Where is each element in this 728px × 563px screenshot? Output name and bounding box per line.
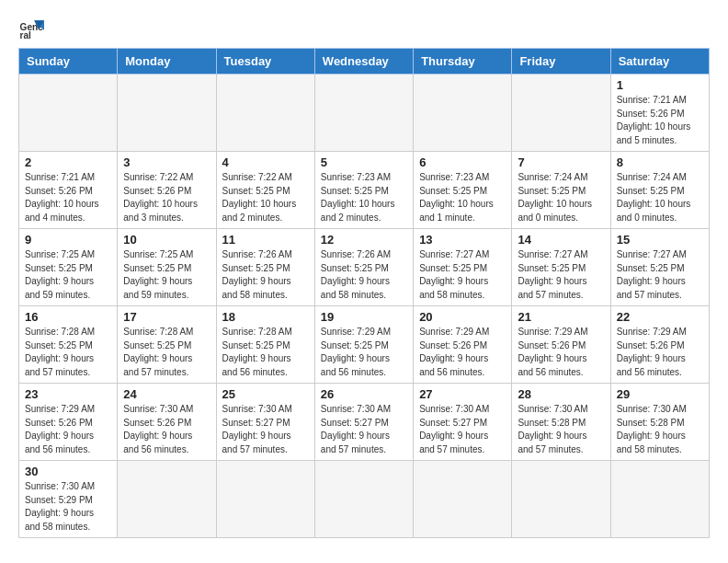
calendar-day-cell: 19Sunrise: 7:29 AM Sunset: 5:25 PM Dayli…	[314, 306, 413, 384]
calendar-day-cell	[512, 75, 610, 152]
weekday-header: Saturday	[610, 49, 709, 75]
day-info: Sunrise: 7:30 AM Sunset: 5:27 PM Dayligh…	[321, 403, 407, 456]
day-number: 21	[518, 310, 604, 324]
calendar-day-cell: 9Sunrise: 7:25 AM Sunset: 5:25 PM Daylig…	[19, 229, 118, 306]
svg-text:ral: ral	[20, 30, 32, 40]
calendar-day-cell: 12Sunrise: 7:26 AM Sunset: 5:25 PM Dayli…	[314, 229, 413, 306]
calendar-table: SundayMondayTuesdayWednesdayThursdayFrid…	[18, 48, 710, 538]
calendar-week-row: 2Sunrise: 7:21 AM Sunset: 5:26 PM Daylig…	[19, 152, 710, 229]
weekday-header: Tuesday	[216, 49, 314, 75]
calendar-day-cell: 28Sunrise: 7:30 AM Sunset: 5:28 PM Dayli…	[512, 384, 610, 461]
calendar-day-cell: 23Sunrise: 7:29 AM Sunset: 5:26 PM Dayli…	[19, 384, 118, 461]
calendar-week-row: 1Sunrise: 7:21 AM Sunset: 5:26 PM Daylig…	[19, 75, 710, 152]
calendar-day-cell: 7Sunrise: 7:24 AM Sunset: 5:25 PM Daylig…	[512, 152, 610, 229]
calendar-week-row: 9Sunrise: 7:25 AM Sunset: 5:25 PM Daylig…	[19, 229, 710, 306]
calendar-day-cell: 4Sunrise: 7:22 AM Sunset: 5:25 PM Daylig…	[216, 152, 314, 229]
day-info: Sunrise: 7:26 AM Sunset: 5:25 PM Dayligh…	[222, 248, 309, 302]
day-info: Sunrise: 7:26 AM Sunset: 5:25 PM Dayligh…	[321, 248, 407, 302]
day-info: Sunrise: 7:29 AM Sunset: 5:25 PM Dayligh…	[321, 326, 407, 379]
day-number: 10	[123, 233, 210, 247]
day-number: 25	[222, 387, 309, 401]
calendar-day-cell: 27Sunrise: 7:30 AM Sunset: 5:27 PM Dayli…	[414, 384, 512, 461]
day-info: Sunrise: 7:24 AM Sunset: 5:25 PM Dayligh…	[518, 171, 604, 224]
weekday-header: Wednesday	[314, 49, 413, 75]
calendar-day-cell: 25Sunrise: 7:30 AM Sunset: 5:27 PM Dayli…	[216, 384, 314, 461]
calendar-day-cell: 13Sunrise: 7:27 AM Sunset: 5:25 PM Dayli…	[414, 229, 512, 306]
day-info: Sunrise: 7:30 AM Sunset: 5:28 PM Dayligh…	[617, 403, 703, 456]
calendar-day-cell	[610, 461, 709, 538]
day-number: 4	[222, 155, 309, 169]
day-number: 6	[419, 155, 506, 169]
day-info: Sunrise: 7:29 AM Sunset: 5:26 PM Dayligh…	[518, 326, 604, 379]
day-number: 27	[419, 387, 506, 401]
day-number: 11	[222, 233, 309, 247]
calendar-day-cell: 8Sunrise: 7:24 AM Sunset: 5:25 PM Daylig…	[610, 152, 709, 229]
calendar-day-cell: 18Sunrise: 7:28 AM Sunset: 5:25 PM Dayli…	[216, 306, 314, 384]
day-number: 16	[25, 310, 111, 324]
day-info: Sunrise: 7:24 AM Sunset: 5:25 PM Dayligh…	[617, 171, 703, 224]
logo-icon: Gene ral	[18, 15, 44, 40]
day-number: 30	[25, 465, 111, 478]
day-number: 20	[419, 310, 506, 324]
calendar-day-cell: 11Sunrise: 7:26 AM Sunset: 5:25 PM Dayli…	[216, 229, 314, 306]
calendar-week-row: 30Sunrise: 7:30 AM Sunset: 5:29 PM Dayli…	[19, 461, 710, 538]
calendar-header-row: SundayMondayTuesdayWednesdayThursdayFrid…	[19, 49, 710, 75]
day-info: Sunrise: 7:29 AM Sunset: 5:26 PM Dayligh…	[25, 403, 111, 456]
day-info: Sunrise: 7:27 AM Sunset: 5:25 PM Dayligh…	[419, 248, 506, 302]
weekday-header: Monday	[118, 49, 216, 75]
day-number: 17	[123, 310, 210, 324]
day-number: 2	[25, 155, 111, 169]
day-info: Sunrise: 7:27 AM Sunset: 5:25 PM Dayligh…	[518, 248, 604, 302]
calendar-day-cell: 16Sunrise: 7:28 AM Sunset: 5:25 PM Dayli…	[19, 306, 118, 384]
day-info: Sunrise: 7:25 AM Sunset: 5:25 PM Dayligh…	[25, 248, 111, 302]
calendar-day-cell	[216, 461, 314, 538]
day-number: 12	[321, 233, 407, 247]
day-info: Sunrise: 7:28 AM Sunset: 5:25 PM Dayligh…	[222, 326, 309, 379]
weekday-header: Sunday	[19, 49, 118, 75]
calendar-day-cell: 21Sunrise: 7:29 AM Sunset: 5:26 PM Dayli…	[512, 306, 610, 384]
calendar-day-cell: 30Sunrise: 7:30 AM Sunset: 5:29 PM Dayli…	[19, 461, 118, 538]
day-info: Sunrise: 7:25 AM Sunset: 5:25 PM Dayligh…	[123, 248, 210, 302]
page-header: Gene ral	[18, 15, 710, 40]
day-number: 15	[617, 233, 703, 247]
calendar-week-row: 23Sunrise: 7:29 AM Sunset: 5:26 PM Dayli…	[19, 384, 710, 461]
calendar-day-cell: 14Sunrise: 7:27 AM Sunset: 5:25 PM Dayli…	[512, 229, 610, 306]
calendar-day-cell	[19, 75, 118, 152]
calendar-day-cell: 1Sunrise: 7:21 AM Sunset: 5:26 PM Daylig…	[610, 75, 709, 152]
logo: Gene ral	[18, 15, 48, 40]
day-info: Sunrise: 7:23 AM Sunset: 5:25 PM Dayligh…	[321, 171, 407, 224]
day-info: Sunrise: 7:27 AM Sunset: 5:25 PM Dayligh…	[617, 248, 703, 302]
calendar-day-cell: 26Sunrise: 7:30 AM Sunset: 5:27 PM Dayli…	[314, 384, 413, 461]
calendar-day-cell: 22Sunrise: 7:29 AM Sunset: 5:26 PM Dayli…	[610, 306, 709, 384]
day-number: 13	[419, 233, 506, 247]
day-number: 19	[321, 310, 407, 324]
day-info: Sunrise: 7:30 AM Sunset: 5:26 PM Dayligh…	[123, 403, 210, 456]
day-number: 23	[25, 387, 111, 401]
calendar-day-cell	[118, 461, 216, 538]
day-number: 3	[123, 155, 210, 169]
calendar-day-cell: 20Sunrise: 7:29 AM Sunset: 5:26 PM Dayli…	[414, 306, 512, 384]
calendar-day-cell	[512, 461, 610, 538]
calendar-day-cell: 29Sunrise: 7:30 AM Sunset: 5:28 PM Dayli…	[610, 384, 709, 461]
calendar-day-cell: 15Sunrise: 7:27 AM Sunset: 5:25 PM Dayli…	[610, 229, 709, 306]
calendar-day-cell	[118, 75, 216, 152]
day-number: 26	[321, 387, 407, 401]
calendar-day-cell	[216, 75, 314, 152]
calendar-day-cell: 17Sunrise: 7:28 AM Sunset: 5:25 PM Dayli…	[118, 306, 216, 384]
day-info: Sunrise: 7:28 AM Sunset: 5:25 PM Dayligh…	[123, 326, 210, 379]
calendar-day-cell: 10Sunrise: 7:25 AM Sunset: 5:25 PM Dayli…	[118, 229, 216, 306]
day-info: Sunrise: 7:30 AM Sunset: 5:27 PM Dayligh…	[222, 403, 309, 456]
weekday-header: Friday	[512, 49, 610, 75]
day-number: 24	[123, 387, 210, 401]
day-number: 29	[617, 387, 703, 401]
calendar-day-cell	[314, 461, 413, 538]
calendar-day-cell	[414, 461, 512, 538]
calendar-day-cell: 5Sunrise: 7:23 AM Sunset: 5:25 PM Daylig…	[314, 152, 413, 229]
day-number: 8	[617, 155, 703, 169]
day-info: Sunrise: 7:29 AM Sunset: 5:26 PM Dayligh…	[617, 326, 703, 379]
day-info: Sunrise: 7:30 AM Sunset: 5:29 PM Dayligh…	[25, 480, 111, 534]
day-number: 7	[518, 155, 604, 169]
day-number: 28	[518, 387, 604, 401]
day-number: 22	[617, 310, 703, 324]
day-info: Sunrise: 7:21 AM Sunset: 5:26 PM Dayligh…	[617, 94, 703, 147]
